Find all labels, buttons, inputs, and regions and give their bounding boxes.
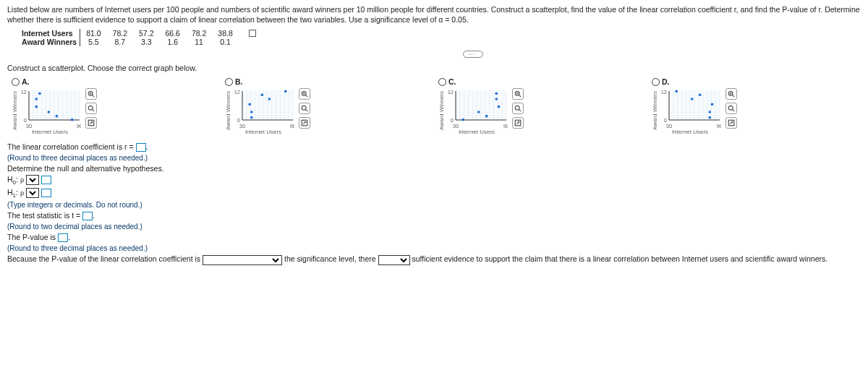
fillins: The linear correlation coefficient is r … (7, 142, 861, 265)
svg-text:0: 0 (237, 117, 240, 124)
zoom-in-icon[interactable] (726, 88, 737, 100)
y-axis-title: Award Winners (438, 91, 445, 130)
svg-text:12: 12 (448, 89, 454, 95)
expand-icon[interactable] (299, 117, 310, 129)
radio-b[interactable] (225, 78, 233, 86)
chart-b: 3090012 (232, 88, 294, 129)
svg-text:12: 12 (21, 89, 27, 95)
svg-point-78 (250, 111, 253, 113)
svg-line-88 (306, 109, 308, 111)
zoom-reset-icon[interactable] (299, 103, 310, 114)
svg-text:0: 0 (664, 117, 667, 124)
radio-a[interactable] (12, 78, 20, 86)
svg-text:30: 30 (239, 123, 245, 129)
zoom-reset-icon[interactable] (726, 103, 737, 114)
scatter-prompt: Construct a scatterplot. Choose the corr… (7, 64, 861, 72)
expand-icon[interactable] (85, 117, 97, 129)
svg-point-168 (708, 111, 711, 113)
zoom-reset-icon[interactable] (512, 103, 524, 114)
cell: 38.8 (212, 29, 238, 38)
h1-operator-select[interactable]: ▼ (26, 188, 39, 198)
svg-text:90: 90 (503, 123, 508, 129)
expand-icon[interactable] (512, 117, 524, 129)
p-input[interactable] (58, 233, 68, 242)
conclusion-a: Because the P-value of the linear correl… (7, 254, 200, 263)
cell: 8.7 (107, 38, 133, 46)
expand-icon[interactable] (726, 117, 737, 129)
h0-sym: H0 (7, 175, 16, 184)
svg-line-178 (733, 109, 735, 111)
rho-sym: ρ (20, 189, 24, 197)
svg-line-133 (519, 109, 522, 111)
zoom-in-icon[interactable] (512, 88, 524, 100)
more-indicator[interactable] (463, 51, 483, 58)
svg-point-177 (728, 106, 733, 110)
svg-point-167 (711, 103, 714, 106)
copy-cell[interactable] (239, 29, 262, 38)
cell: 78.2 (107, 29, 133, 38)
svg-text:12: 12 (234, 89, 240, 95)
svg-text:90: 90 (77, 123, 81, 129)
svg-point-171 (708, 116, 711, 119)
radio-d[interactable] (652, 78, 660, 86)
option-a: A. Award Winners 3090012 Internet Users (7, 75, 221, 136)
r-hint: (Round to three decimal places as needed… (7, 154, 861, 162)
x-axis-title: Internet Users (446, 129, 508, 135)
svg-point-124 (477, 111, 480, 113)
svg-point-35 (55, 114, 58, 117)
h1-value-input[interactable] (41, 189, 51, 197)
zoom-in-icon[interactable] (299, 88, 310, 100)
option-d-label: D. (662, 78, 670, 87)
option-b-label: B. (235, 78, 243, 87)
problem-statement: Listed below are numbers of Internet use… (7, 4, 861, 25)
t-input[interactable] (82, 212, 93, 220)
cell: 0.1 (212, 38, 238, 46)
svg-line-174 (733, 95, 735, 97)
svg-point-82 (284, 90, 287, 92)
svg-point-80 (261, 93, 264, 96)
option-c-label: C. (448, 78, 456, 87)
h0-operator-select[interactable]: ▼ (26, 175, 39, 185)
svg-point-122 (498, 105, 501, 108)
svg-text:0: 0 (24, 117, 27, 124)
cell: 66.6 (159, 29, 185, 38)
radio-c[interactable] (438, 78, 446, 86)
t-hint: (Round to two decimal places as needed.) (7, 223, 861, 231)
x-axis-title: Internet Users (19, 129, 81, 135)
cell: 5.5 (80, 38, 107, 46)
svg-text:90: 90 (290, 123, 294, 129)
conclusion-c: sufficient evidence to support the claim… (412, 254, 827, 263)
zoom-in-icon[interactable] (85, 88, 97, 100)
svg-point-125 (485, 114, 488, 117)
svg-point-37 (71, 118, 74, 121)
h0-value-input[interactable] (41, 176, 51, 184)
svg-line-43 (93, 109, 95, 111)
y-axis-title: Award Winners (225, 91, 231, 130)
svg-line-84 (306, 95, 308, 97)
svg-point-123 (495, 98, 498, 100)
p-hint: (Round to three decimal places as needed… (7, 244, 861, 252)
compare-select[interactable] (203, 255, 282, 265)
chart-d: 3090012 (659, 88, 721, 129)
svg-point-132 (515, 106, 519, 110)
chart-a: 3090012 (19, 88, 81, 129)
option-c: C. Award Winners 3090012 Internet Users (434, 75, 647, 136)
copy-icon (249, 30, 256, 37)
h1-sym: H1 (7, 188, 16, 197)
x-axis-title: Internet Users (232, 129, 294, 135)
p-label: The P-value is (7, 233, 56, 241)
svg-text:30: 30 (26, 123, 32, 129)
svg-point-126 (495, 92, 498, 95)
isisnot-select[interactable] (378, 255, 410, 265)
svg-text:0: 0 (451, 117, 454, 124)
cell: 1.6 (159, 38, 185, 46)
conclusion-b: the significance level, there (284, 254, 376, 263)
x-axis-title: Internet Users (659, 129, 721, 135)
r-label: The linear correlation coefficient is r … (7, 142, 134, 151)
svg-text:30: 30 (453, 123, 459, 129)
svg-point-81 (250, 116, 253, 119)
svg-line-129 (519, 95, 522, 97)
t-label: The test statistic is t = (7, 211, 80, 220)
zoom-reset-icon[interactable] (85, 103, 97, 114)
r-input[interactable] (136, 143, 146, 152)
